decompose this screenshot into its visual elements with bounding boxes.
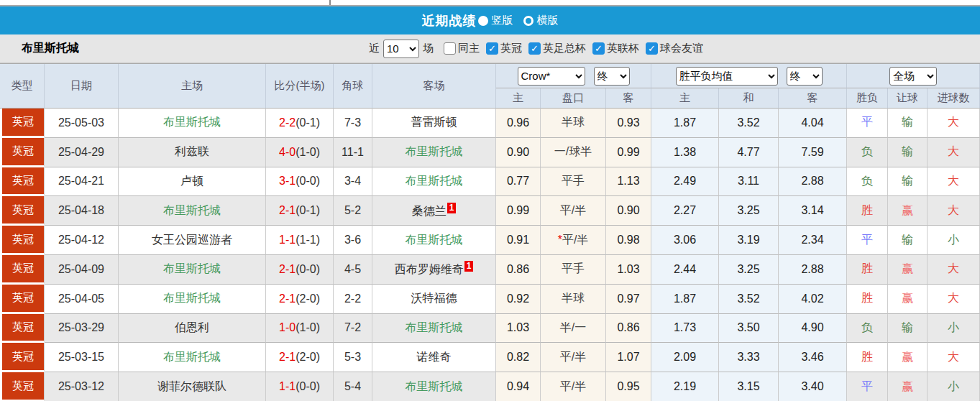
result-cell: 胜 [847,285,888,314]
league-cell[interactable]: 英冠 [0,138,45,167]
match-count-select[interactable]: 10 [383,40,419,58]
goals-result-label: 大 [948,351,959,363]
corners-value: 5-4 [344,380,361,392]
league-cell[interactable]: 英冠 [0,167,45,197]
handicap-result-label: 赢 [902,292,913,304]
away-team-name[interactable]: 布里斯托城 [406,321,463,333]
date-label: 25-04-12 [58,234,104,246]
odds-home-cell: 0.86 [496,255,541,285]
handicap-line-cell: 平/半 [541,372,606,401]
halftime-score: (0-0) [296,175,320,187]
home-team-name[interactable]: 谢菲尔德联队 [157,380,226,392]
away-team-name[interactable]: 布里斯托城 [406,234,463,246]
result-label: 平 [861,380,873,392]
odds-home-value: 0.82 [507,351,529,363]
layout-radio-option-1[interactable]: 横版 [523,14,559,27]
avg-home-cell: 2.44 [651,255,719,285]
col-header-away: 客场 [372,64,496,109]
avg-away-value: 3.40 [801,380,823,392]
handicap-result-label: 赢 [902,262,913,275]
date-label: 25-03-12 [58,380,104,392]
corners-cell: 2-2 [334,285,372,314]
away-team-name[interactable]: 桑德兰 [412,205,447,217]
league-cell[interactable]: 英冠 [0,255,45,285]
away-team-cell: 西布罗姆维奇1 [372,255,496,285]
table-row: 英冠25-04-18布里斯托城2-1(0-1)5-2桑德兰10.99平/半0.9… [0,196,980,226]
table-row: 英冠25-05-03布里斯托城2-2(0-1)7-3普雷斯顿0.96半球0.93… [0,109,980,138]
odds-away-cell: 1.07 [606,343,651,372]
away-team-name[interactable]: 布里斯托城 [406,380,463,392]
corners-value: 7-3 [344,116,361,129]
scope-select[interactable]: 全场 [889,67,937,86]
avg-draw-cell: 3.33 [719,343,779,372]
league-label: 英冠 [12,379,34,392]
avg-away-value: 2.88 [801,175,823,187]
filter-checkbox-3[interactable]: 英联杯 [592,42,639,55]
filter-checkbox-0[interactable]: 同主 [444,42,480,55]
handicap-line-cell: 半/一 [541,314,606,344]
handicap-result-cell: 赢 [888,343,928,372]
odds-time-select[interactable]: 终 [594,67,630,86]
avg-draw-cell: 3.52 [719,285,779,314]
league-label: 英冠 [12,291,34,303]
league-cell[interactable]: 英冠 [0,226,45,255]
handicap-line-cell: 平手 [541,255,606,285]
home-team-name[interactable]: 卢顿 [180,175,203,187]
filter-checkbox-4[interactable]: 球会友谊 [646,42,703,55]
home-team-name[interactable]: 利兹联 [175,145,209,157]
table-row: 英冠25-04-12女王公园巡游者1-1(1-1)3-6布里斯托城0.91*平/… [0,226,980,255]
date-label: 25-04-29 [58,146,104,158]
avg-away-cell: 4.02 [779,285,847,314]
home-team-name[interactable]: 布里斯托城 [163,351,221,363]
away-team-name[interactable]: 西布罗姆维奇 [395,264,464,276]
avg-away-cell: 4.90 [779,314,847,344]
date-cell: 25-05-03 [45,109,119,138]
layout-radio-option-0[interactable]: 竖版 [478,14,513,27]
handicap-result-cell: 输 [888,314,928,344]
odds-away-cell: 0.93 [606,109,651,138]
league-cell[interactable]: 英冠 [0,285,45,314]
top-strip [0,0,980,6]
corners-value: 3-4 [344,175,361,187]
date-cell: 25-04-21 [45,167,119,197]
away-team-name[interactable]: 普雷斯顿 [411,116,457,128]
filter-checkbox-2[interactable]: 英足总杯 [528,42,586,55]
away-team-name[interactable]: 布里斯托城 [406,145,463,157]
corners-value: 3-6 [344,234,361,246]
away-team-name[interactable]: 诺维奇 [417,351,452,363]
league-cell[interactable]: 英冠 [0,343,45,372]
league-cell[interactable]: 英冠 [0,314,45,344]
home-team-cell: 谢菲尔德联队 [119,372,266,401]
league-cell[interactable]: 英冠 [0,196,45,226]
home-team-name[interactable]: 布里斯托城 [163,292,221,304]
goals-result-label: 大 [948,145,959,157]
home-team-name[interactable]: 布里斯托城 [163,204,221,216]
avg-source-select[interactable]: 胜平负均值 [676,67,778,86]
odds-source-select[interactable]: Crow* [518,67,585,86]
league-cell[interactable]: 英冠 [0,109,45,138]
table-row: 英冠25-04-29利兹联4-0(1-0)11-1布里斯托城0.90一/球半0.… [0,138,980,167]
checkbox-label: 同主 [458,42,480,55]
home-team-name[interactable]: 伯恩利 [175,321,209,333]
avg-away-value: 4.90 [801,321,823,333]
home-team-name[interactable]: 布里斯托城 [163,262,221,275]
handicap-line-cell: 半球 [541,285,606,314]
goals-result-cell: 大 [928,343,980,372]
result-label: 胜 [861,292,873,304]
checkbox-label: 英足总杯 [543,42,586,55]
league-cell[interactable]: 英冠 [0,372,45,401]
avg-draw-value: 3.25 [737,263,759,275]
away-team-name[interactable]: 沃特福德 [411,292,457,304]
halftime-score: (1-1) [296,234,320,246]
home-team-name[interactable]: 女王公园巡游者 [152,234,232,246]
odds-away-cell: 0.95 [606,372,651,401]
avg-away-value: 2.88 [801,263,823,275]
handicap-result-label: 输 [902,116,913,128]
fulltime-score: 1-1 [279,380,296,392]
handicap-result-label: 赢 [902,204,913,216]
avg-time-select[interactable]: 终 [787,67,823,86]
filter-checkbox-1[interactable]: 英冠 [486,42,522,55]
odds-home-cell: 0.94 [496,372,541,401]
home-team-name[interactable]: 布里斯托城 [163,116,221,128]
away-team-name[interactable]: 布里斯托城 [406,175,463,187]
